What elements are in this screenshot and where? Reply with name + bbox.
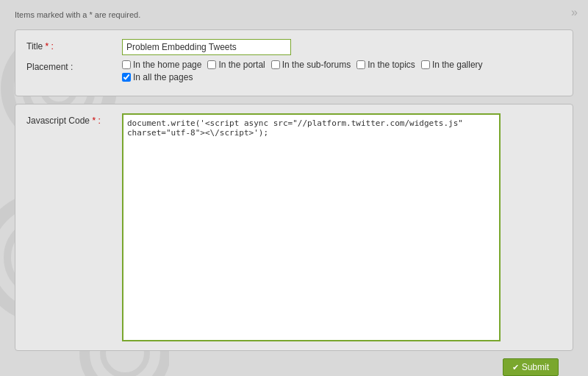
js-section: Javascript Code * : document.write('<scr… [15,104,573,351]
placement-topics[interactable]: In the topics [356,60,415,70]
placement-home-page[interactable]: In the home page [122,60,201,70]
placement-options: In the home page In the portal In the su… [122,60,483,82]
js-row: Javascript Code * : document.write('<scr… [26,113,562,341]
required-note: Items marked with a * are required. [15,7,573,22]
title-placement-section: Title * : Placement : In the home page [15,29,573,96]
portal-checkbox[interactable] [207,60,216,69]
home-page-checkbox[interactable] [122,60,131,69]
all-pages-checkbox[interactable] [122,73,131,82]
submit-icon: ✔ [512,363,519,372]
placement-portal[interactable]: In the portal [207,60,265,70]
title-required-star: * : [43,41,54,52]
js-required-star: * : [90,116,101,126]
placement-gallery[interactable]: In the gallery [421,60,483,70]
sub-forums-checkbox[interactable] [271,60,280,69]
page-wrapper: » Items marked with a * are required. Ti… [0,0,588,376]
title-row: Title * : [26,39,562,55]
gallery-checkbox[interactable] [421,60,430,69]
submit-label: Submit [522,362,549,372]
placement-all-pages[interactable]: In all the pages [122,72,193,82]
placement-line1: In the home page In the portal In the su… [122,60,483,70]
placement-sub-forums[interactable]: In the sub-forums [271,60,351,70]
placement-label: Placement : [26,60,122,72]
main-content: Items marked with a * are required. Titl… [0,0,588,376]
submit-button[interactable]: ✔ Submit [503,358,559,376]
js-label: Javascript Code * : [26,113,122,126]
title-input[interactable] [122,39,291,55]
js-code-textarea[interactable]: document.write('<script async src="//pla… [122,113,501,341]
submit-row: ✔ Submit [15,358,573,376]
placement-row: Placement : In the home page In the port… [26,60,562,82]
title-label: Title * : [26,39,122,52]
placement-line2: In all the pages [122,72,483,82]
topics-checkbox[interactable] [356,60,365,69]
